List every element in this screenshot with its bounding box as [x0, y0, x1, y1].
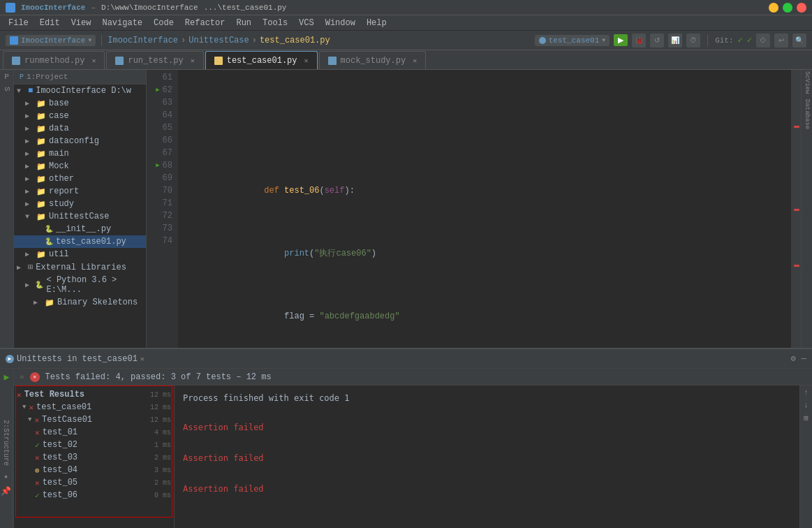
test-item-test03[interactable]: ✕ test_03 2 ms [14, 451, 174, 464]
tree-item-other[interactable]: ▶ 📁 other [14, 173, 146, 185]
menu-refactor[interactable]: Refactor [179, 17, 231, 29]
tree-label-main: main [49, 149, 69, 159]
expand-arrow-ext-libs: ▶ [17, 263, 25, 272]
minimize-button[interactable] [769, 3, 778, 13]
debug-button[interactable]: 🐞 [632, 34, 646, 47]
tab-run-test[interactable]: run_test.py ✕ [106, 51, 203, 69]
tree-item-external-libraries[interactable]: ▶ ⊞ External Libraries [14, 261, 146, 274]
run-panel-minimize[interactable]: ─ [802, 354, 806, 364]
run-tab-close[interactable]: ✕ [140, 355, 145, 363]
tree-item-python36[interactable]: ▶ 🐍 < Python 3.6 > E:\M... [14, 274, 146, 296]
run-tab[interactable]: ▶ Unittests in test_case01 ✕ [6, 354, 145, 364]
folder-icon-main: 📁 [36, 149, 46, 159]
code-content[interactable]: def test_06 ( self ): print("执行case06") [178, 70, 791, 348]
favorites-icon[interactable]: ★ [3, 472, 8, 481]
run-config-selector[interactable]: test_case01 ▼ [535, 35, 610, 46]
tree-item-binary-skeletons[interactable]: ▶ 📁 Binary Skeletons [14, 296, 146, 309]
scview-panel: ScView Database [801, 70, 812, 348]
structure-icon-bottom[interactable]: 2:Structure [2, 420, 10, 466]
undo-button[interactable]: ↩ [774, 34, 788, 47]
maximize-button[interactable] [783, 3, 792, 13]
test-item-test04[interactable]: ⊗ test_04 3 ms [14, 464, 174, 476]
tab-mock-study[interactable]: mock_study.py ✕ [319, 51, 427, 69]
tab-run-test-close[interactable]: ✕ [191, 57, 195, 65]
run-button[interactable]: ▶ [614, 34, 628, 46]
test-time-test03: 2 ms [154, 454, 171, 462]
rv-up-icon[interactable]: ↑ [804, 388, 809, 397]
menu-vcs[interactable]: VCS [293, 17, 320, 29]
rv-expand-icon[interactable]: ⊞ [804, 413, 809, 423]
run-tab-bar: ▶ Unittests in test_case01 ✕ ⚙ ─ [0, 349, 812, 369]
history-button[interactable]: ⏲ [756, 34, 770, 47]
tree-item-unittestcase[interactable]: ▼ 📁 UnittestCase [14, 210, 146, 223]
database-label[interactable]: Database [802, 98, 812, 131]
tree-label-test-case01: test_case01.py [56, 237, 126, 247]
paren-62b: ): [344, 184, 354, 197]
tree-item-util[interactable]: ▶ 📁 util [14, 248, 146, 261]
test-time-testcase01: 12 ms [150, 404, 171, 411]
tree-item-report[interactable]: ▶ 📁 report [14, 185, 146, 198]
tab-runmethod[interactable]: runmethod.py ✕ [3, 51, 105, 69]
menu-file[interactable]: File [3, 17, 34, 29]
tree-item-base[interactable]: ▶ 📁 base [14, 97, 146, 110]
menu-navigate[interactable]: Navigate [96, 17, 148, 29]
search-button[interactable]: 🔍 [792, 34, 806, 47]
rerun-button[interactable]: ↺ [650, 34, 664, 47]
tree-item-main[interactable]: ▶ 📁 main [14, 147, 146, 160]
title-app-name: ImoocInterface [21, 3, 85, 12]
test-item-test01[interactable]: ✕ test_01 4 ms [14, 426, 174, 439]
rv-down-icon[interactable]: ↓ [804, 401, 809, 409]
test-item-test02[interactable]: ✓ test_02 1 ms [14, 439, 174, 451]
scview-label[interactable]: ScView [802, 70, 812, 95]
test-item-test05[interactable]: ✕ test_05 2 ms [14, 476, 174, 489]
settings-icon[interactable]: ⚙ [791, 353, 796, 364]
menu-tools[interactable]: Tools [257, 17, 293, 29]
config-icon [539, 37, 546, 44]
pin-icon[interactable]: 📌 [1, 486, 11, 497]
tree-item-data[interactable]: ▶ 📁 data [14, 122, 146, 135]
tab-test-case01-close[interactable]: ✕ [304, 57, 309, 65]
menu-help[interactable]: Help [361, 17, 392, 29]
tree-item-test-case01[interactable]: 🐍 test_case01.py [14, 235, 146, 248]
tree-label-case: case [49, 111, 69, 121]
tree-item-case[interactable]: ▶ 📁 case [14, 110, 146, 122]
breadcrumb-file[interactable]: test_case01.py [260, 36, 330, 45]
test-status-text: Tests failed: 4, passed: 3 of 7 tests – … [45, 372, 272, 382]
menu-window[interactable]: Window [320, 17, 361, 29]
breadcrumb-unittestcase[interactable]: UnittestCase [189, 36, 249, 45]
editor-scrollbar[interactable] [791, 70, 801, 348]
tree-label-binary-skeletons: Binary Skeletons [57, 298, 138, 307]
tab-test-case01[interactable]: test_case01.py ✕ [205, 51, 318, 69]
tab-mock-study-close[interactable]: ✕ [413, 57, 417, 65]
tree-item-init[interactable]: 🐍 __init__.py [14, 223, 146, 235]
run-tab-controls: ⚙ ─ [791, 353, 806, 364]
close-button[interactable] [797, 3, 806, 13]
menu-code[interactable]: Code [148, 17, 179, 29]
run-play-icon[interactable]: ▶ [4, 372, 10, 383]
tab-runmethod-close[interactable]: ✕ [91, 57, 96, 65]
profiler-button[interactable]: ⏱ [686, 34, 700, 47]
project-tool-icon[interactable]: P [4, 73, 9, 81]
toolbar-separator-2 [707, 35, 708, 46]
tree-label-other: other [49, 174, 74, 184]
breadcrumb-sep-2: › [252, 36, 257, 45]
tree-item-mock[interactable]: ▶ 📁 Mock [14, 160, 146, 173]
menu-view[interactable]: View [66, 17, 97, 29]
structure-icon[interactable]: S [3, 87, 11, 91]
test-item-testcase01-class[interactable]: ▼ ✕ TestCase01 12 ms [14, 413, 174, 426]
menu-run[interactable]: Run [230, 17, 257, 29]
tree-item-imoocinterface[interactable]: ▼ ■ ImoocInterface D:\w [14, 85, 146, 97]
line-num-68: ▶68 [147, 159, 172, 172]
test-item-root[interactable]: ✕ Test Results 12 ms [14, 388, 174, 401]
project-selector[interactable]: ImoocInterface ▼ [6, 35, 96, 46]
menu-edit[interactable]: Edit [34, 17, 66, 29]
project-sidebar: P 1:Project ▼ ■ ImoocInterface D:\w ▶ 📁 … [14, 70, 147, 348]
coverage-button[interactable]: 📊 [668, 34, 682, 47]
tree-item-dataconfig[interactable]: ▶ 📁 dataconfig [14, 135, 146, 147]
code-editor[interactable]: 61 ▶62 63 64 65 66 67 ▶68 69 70 71 72 73… [147, 70, 812, 348]
test-item-test-case01[interactable]: ▼ ✕ test_case01 12 ms [14, 401, 174, 413]
breadcrumb-imooc[interactable]: ImoocInterface [108, 36, 178, 45]
test-item-test06[interactable]: ✓ test_06 0 ms [14, 489, 174, 501]
tree-item-study[interactable]: ▶ 📁 study [14, 198, 146, 210]
sidebar-title: 1:Project [27, 73, 68, 81]
